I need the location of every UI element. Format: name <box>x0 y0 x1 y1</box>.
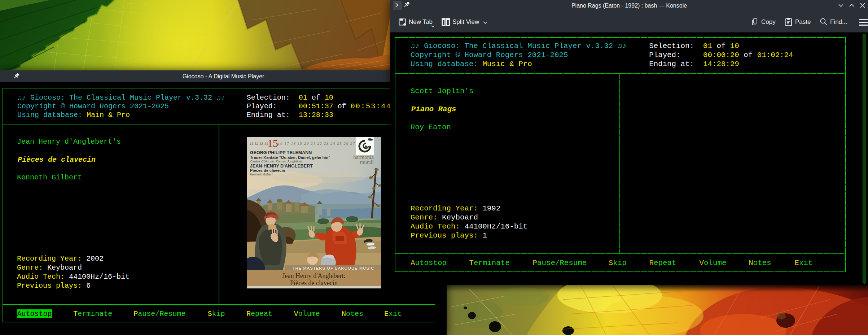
svg-text:GEORG PHILIPP TELEMANN: GEORG PHILIPP TELEMANN <box>250 150 312 155</box>
svg-text:11 12 13 14: 11 12 13 14 <box>250 141 268 145</box>
svg-text:16 17 18 19 20 21 22 23 24 25: 16 17 18 19 20 21 22 23 24 25 26 27 <box>278 141 355 145</box>
svg-text:JEAN-HENRY D'ANGLEBERT: JEAN-HENRY D'ANGLEBERT <box>250 164 313 169</box>
svg-text:THE MASTERS OF BAROQUE MUSIC: THE MASTERS OF BAROQUE MUSIC <box>293 266 374 270</box>
svg-text:Trauer-Kantate “Du aber, Danie: Trauer-Kantate “Du aber, Daniel, gehe hi… <box>250 155 330 160</box>
svg-text:Kenneth Gilbert: Kenneth Gilbert <box>250 173 273 176</box>
svg-text:15: 15 <box>267 137 278 149</box>
svg-text:Cantus Cölln, dir. Konrad Jung: Cantus Cölln, dir. Konrad Junghänel <box>250 160 302 163</box>
svg-text:Pièces de clavecin: Pièces de clavecin <box>290 279 338 287</box>
svg-text:Jean Henry d'Anglebert:: Jean Henry d'Anglebert: <box>282 272 345 279</box>
svg-text:Pièces de clavecin: Pièces de clavecin <box>250 168 285 173</box>
svg-text:mundi: mundi <box>360 159 374 165</box>
